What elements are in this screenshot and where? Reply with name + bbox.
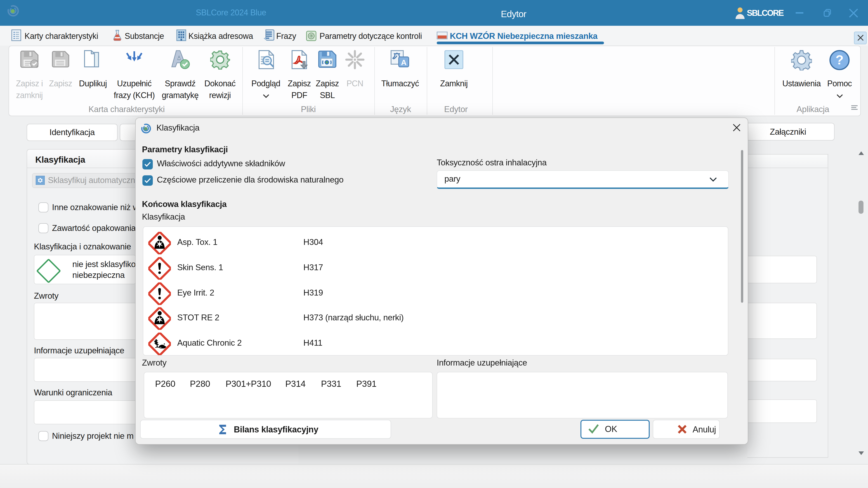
svg-text:?: ? bbox=[836, 53, 844, 67]
svg-text:A: A bbox=[401, 58, 406, 67]
